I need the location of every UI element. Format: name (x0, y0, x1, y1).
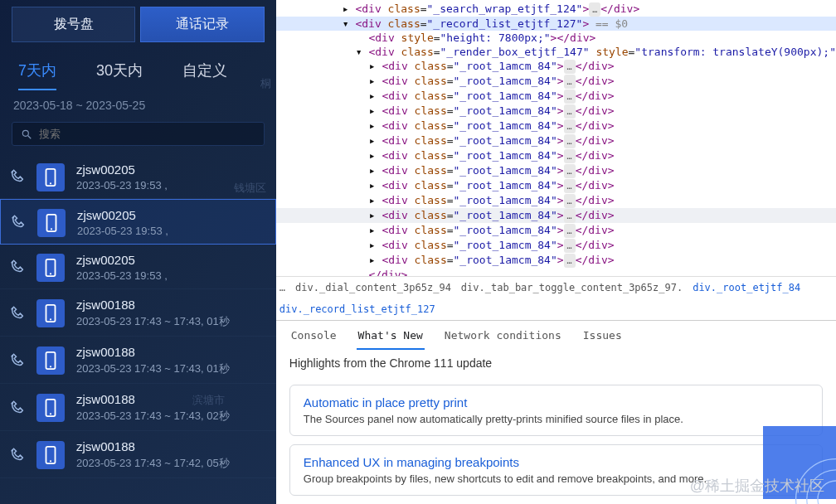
svg-point-9 (50, 318, 51, 320)
range-7days[interactable]: 7天内 (18, 56, 56, 90)
range-30days[interactable]: 30天内 (96, 56, 143, 90)
dom-node[interactable]: ▸ <div class="_root_1amcm_84">…</div> (276, 148, 836, 163)
svg-point-5 (51, 228, 52, 230)
call-list-item[interactable]: zjsw002052023-05-23 19:53 , (0, 154, 276, 199)
range-tabs: 7天内 30天内 自定义 (0, 47, 276, 90)
call-time: 2023-05-23 19:53 , (76, 179, 266, 191)
svg-point-0 (22, 130, 28, 136)
call-time: 2023-05-23 19:53 , (76, 269, 266, 282)
breadcrumb-overflow[interactable]: … (279, 282, 285, 293)
dom-node[interactable]: ▸ <div class="_root_1amcm_84">…</div> (276, 193, 836, 208)
device-icon (36, 254, 65, 282)
call-meta: zjsw002052023-05-23 19:53 , (76, 162, 266, 191)
tab-issues[interactable]: Issues (581, 326, 624, 350)
tab-call-history[interactable]: 通话记录 (140, 7, 264, 42)
device-icon (36, 394, 65, 422)
tab-network-conditions[interactable]: Network conditions (443, 326, 563, 350)
dom-node[interactable]: ▸ <div class="_root_1amcm_84">…</div> (276, 223, 836, 238)
crumb[interactable]: div._tab_bar_toggle_content_3p65z_97. (461, 282, 683, 293)
dom-node[interactable]: ▸ <div class="_root_1amcm_84">…</div> (276, 163, 836, 178)
elements-tree[interactable]: ▸ <div class="_search_wrap_etjtf_124">…<… (276, 0, 836, 276)
incoming-call-icon (10, 259, 25, 276)
dom-node[interactable]: ▸ <div class="_root_1amcm_84">…</div> (276, 253, 836, 268)
call-time: 2023-05-23 17:43 ~ 17:42, 05秒 (76, 456, 266, 471)
call-meta: zjsw002052023-05-23 19:53 , (77, 208, 265, 237)
top-tabs: 拨号盘 通话记录 (0, 0, 276, 47)
news-card[interactable]: Automatic in place pretty print The Sour… (289, 385, 823, 436)
dom-close: </div> (276, 268, 836, 276)
dom-node[interactable]: ▸ <div class="_root_1amcm_84">…</div> (276, 208, 836, 223)
call-list-item[interactable]: zjsw002052023-05-23 19:53 , (0, 199, 276, 245)
dom-node[interactable]: ▸ <div class="_search_wrap_etjtf_124">…<… (276, 2, 836, 17)
tab-dialpad[interactable]: 拨号盘 (12, 7, 135, 42)
call-panel: 桐 钱塘区 滨塘市 拨号盘 通话记录 7天内 30天内 自定义 2023-05-… (0, 0, 276, 504)
call-meta: zjsw001882023-05-23 17:43 ~ 17:43, 01秒 (76, 298, 266, 329)
call-name: zjsw00188 (76, 298, 266, 312)
date-range: 2023-05-18 ~ 2023-05-25 (0, 90, 276, 117)
dom-node[interactable]: ▸ <div class="_root_1amcm_84">…</div> (276, 74, 836, 89)
call-time: 2023-05-23 19:53 , (77, 225, 265, 237)
incoming-call-icon (10, 400, 25, 417)
whats-new-heading: Highlights from the Chrome 111 update (276, 350, 836, 380)
tab-console[interactable]: Console (289, 326, 338, 350)
dom-node-selected[interactable]: ▾ <div class="_record_list_etjtf_127"> =… (276, 17, 836, 31)
call-name: zjsw00205 (77, 208, 265, 222)
card-desc: The Sources panel now automatically pret… (304, 413, 809, 425)
call-name: zjsw00188 (76, 392, 266, 406)
dom-node[interactable]: ▸ <div class="_root_1amcm_84">…</div> (276, 238, 836, 253)
dom-node[interactable]: ▸ <div class="_root_1amcm_84">…</div> (276, 133, 836, 148)
call-list-item[interactable]: zjsw001882023-05-23 17:43 ~ 17:42, 05秒 (0, 431, 276, 478)
search-box[interactable] (12, 122, 265, 146)
call-meta: zjsw001882023-05-23 17:43 ~ 17:43, 01秒 (76, 345, 266, 376)
svg-point-15 (50, 460, 51, 462)
card-title: Enhanced UX in managing breakpoints (304, 455, 809, 469)
call-name: zjsw00205 (76, 162, 266, 177)
dom-node[interactable]: <div style="height: 7800px;"></div> (276, 31, 836, 45)
incoming-call-icon (10, 305, 25, 322)
dom-node[interactable]: ▸ <div class="_root_1amcm_84">…</div> (276, 59, 836, 74)
card-title: Automatic in place pretty print (304, 395, 809, 410)
call-list[interactable]: zjsw002052023-05-23 19:53 ,zjsw002052023… (0, 154, 276, 501)
tab-whats-new[interactable]: What's New (357, 326, 425, 350)
dom-node[interactable]: ▾ <div class="_render_box_etjtf_147" sty… (276, 45, 836, 59)
call-list-item[interactable]: zjsw001882023-05-23 17:43 ~ 17:43, 01秒 (0, 337, 276, 384)
call-list-item[interactable]: zjsw001882023-05-23 17:43 ~ 17:43, 02秒 (0, 384, 276, 431)
call-time: 2023-05-23 17:43 ~ 17:43, 02秒 (76, 409, 266, 424)
svg-line-1 (28, 135, 32, 138)
call-meta: zjsw001882023-05-23 17:43 ~ 17:42, 05秒 (76, 439, 266, 471)
card-desc: Group breakpoints by files, new shortcut… (304, 472, 809, 485)
devtools-drawer: Console What's New Network conditions Is… (276, 320, 836, 504)
call-time: 2023-05-23 17:43 ~ 17:43, 01秒 (76, 314, 266, 329)
call-time: 2023-05-23 17:43 ~ 17:43, 01秒 (76, 361, 266, 376)
call-name: zjsw00205 (76, 253, 266, 267)
svg-point-3 (50, 182, 51, 184)
dom-node[interactable]: ▸ <div class="_root_1amcm_84">…</div> (276, 89, 836, 104)
incoming-call-icon (10, 352, 25, 370)
device-icon (36, 299, 65, 327)
dom-node[interactable]: ▸ <div class="_root_1amcm_84">…</div> (276, 119, 836, 133)
devtools-panel: ▸ <div class="_search_wrap_etjtf_124">…<… (276, 0, 836, 504)
device-icon (36, 441, 65, 469)
search-input[interactable] (39, 128, 255, 140)
crumb[interactable]: div._dial_content_3p65z_94 (295, 282, 451, 293)
svg-point-11 (50, 366, 51, 367)
range-custom[interactable]: 自定义 (182, 56, 227, 90)
dom-node[interactable]: ▸ <div class="_root_1amcm_84">…</div> (276, 178, 836, 193)
incoming-call-icon (11, 214, 26, 231)
news-card[interactable]: Enhanced UX in managing breakpoints Grou… (289, 444, 823, 496)
drawer-tabs: Console What's New Network conditions Is… (276, 321, 836, 350)
search-icon (21, 128, 32, 140)
device-icon (36, 163, 65, 191)
call-list-item[interactable]: zjsw002052023-05-23 19:53 , (0, 245, 276, 289)
call-name: zjsw00188 (76, 439, 266, 453)
crumb-active[interactable]: div._record_list_etjtf_127 (279, 303, 435, 315)
call-list-item[interactable]: zjsw001882023-05-23 17:43 ~ 17:43, 01秒 (0, 289, 276, 337)
breadcrumb: … div._dial_content_3p65z_94 div._tab_ba… (276, 276, 836, 320)
dom-node[interactable]: ▸ <div class="_root_1amcm_84">…</div> (276, 104, 836, 119)
crumb[interactable]: div._root_etjtf_84 (693, 282, 800, 293)
call-meta: zjsw002052023-05-23 19:53 , (76, 253, 266, 282)
incoming-call-icon (10, 447, 25, 464)
call-meta: zjsw001882023-05-23 17:43 ~ 17:43, 02秒 (76, 392, 266, 424)
device-icon (36, 346, 65, 375)
svg-point-7 (50, 273, 51, 274)
